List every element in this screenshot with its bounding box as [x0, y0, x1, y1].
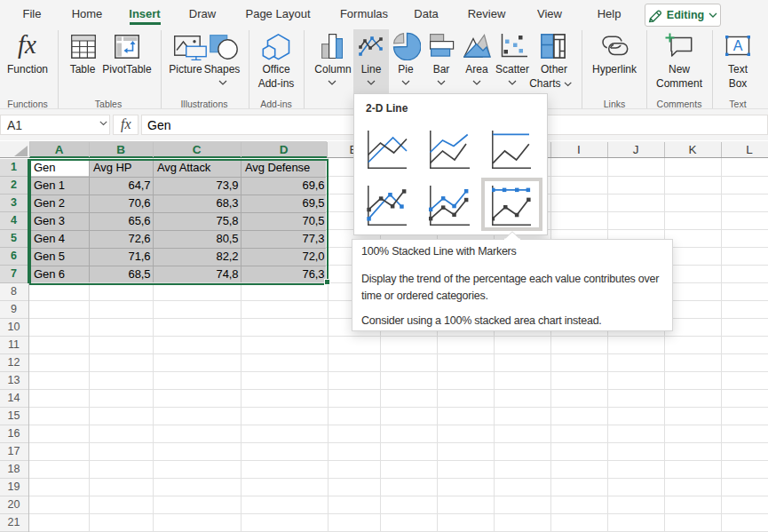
svg-text:A: A [733, 38, 743, 53]
